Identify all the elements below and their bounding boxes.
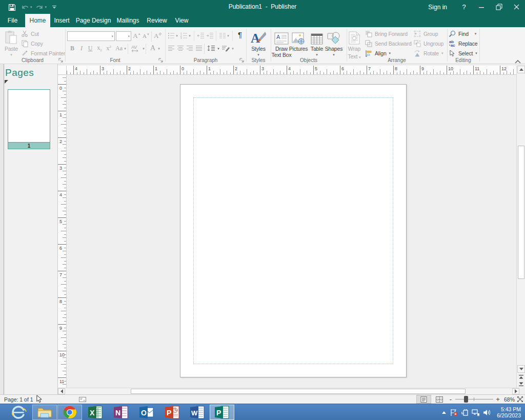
save-icon[interactable] [7, 2, 17, 12]
change-case-icon[interactable]: Aa [114, 44, 124, 52]
zoom-level[interactable]: 68% [501, 396, 515, 403]
font-size-combobox[interactable]: ▾ [116, 31, 131, 41]
collapse-pages-pane-icon[interactable] [5, 80, 8, 84]
volume-icon[interactable] [483, 409, 491, 416]
taskbar-internet-explorer-icon[interactable] [7, 405, 31, 420]
zoom-in-icon[interactable]: + [494, 395, 501, 404]
taskbar-file-explorer-icon[interactable] [32, 405, 57, 420]
tray-expand-icon[interactable] [441, 411, 447, 414]
publication-page[interactable] [180, 84, 407, 377]
publication-canvas[interactable] [67, 75, 516, 388]
zoom-slider-thumb[interactable] [464, 396, 468, 403]
tab-view[interactable]: View [171, 14, 192, 27]
close-icon[interactable] [508, 0, 525, 14]
taskbar-onenote-icon[interactable]: N [109, 405, 133, 420]
replace-button[interactable]: abac Replace [448, 39, 477, 48]
font-name-combobox[interactable]: ▾ [67, 31, 115, 41]
next-page-icon[interactable] [517, 381, 525, 387]
fit-page-icon[interactable] [517, 396, 523, 404]
tab-page-design[interactable]: Page Design [73, 14, 113, 27]
font-dialog-launcher-icon[interactable] [158, 58, 164, 64]
bring-forward-button[interactable]: Bring Forward ▾ [365, 29, 416, 38]
taskbar-outlook-icon[interactable]: O [134, 405, 159, 420]
select-button[interactable]: Select ▾ [448, 49, 477, 57]
horizontal-ruler[interactable]: 43210123456789101112 [67, 66, 516, 75]
bullets-icon[interactable] [167, 31, 175, 39]
sign-in-button[interactable]: Sign in [420, 0, 455, 14]
decrease-indent-icon[interactable] [196, 31, 205, 39]
taskbar-publisher-icon[interactable]: P [210, 405, 234, 420]
align-center-icon[interactable] [176, 44, 185, 52]
action-center-icon[interactable] [450, 409, 458, 416]
shrink-font-icon[interactable]: A▼ [142, 32, 150, 40]
superscript-icon[interactable]: x2 [105, 44, 113, 52]
columns-icon[interactable] [218, 31, 227, 39]
font-color-icon[interactable]: A [149, 44, 157, 52]
align-button[interactable]: Align ▾ [365, 49, 391, 57]
cut-button[interactable]: Cut [21, 29, 39, 38]
redo-icon[interactable] [34, 2, 45, 12]
underline-icon[interactable]: U [86, 44, 94, 52]
copy-button[interactable]: Copy [21, 39, 43, 48]
tab-home[interactable]: Home [25, 14, 50, 27]
align-left-icon[interactable] [167, 44, 175, 52]
page-indicator[interactable]: Page: 1 of 1 [4, 396, 33, 403]
horizontal-scrollbar-thumb[interactable] [131, 389, 466, 394]
paragraph-dialog-launcher-icon[interactable] [239, 58, 245, 64]
tray-clock[interactable]: 5:43 PM 6/20/2023 [497, 406, 521, 418]
vertical-scrollbar-thumb[interactable] [518, 146, 524, 279]
two-page-spread-view-button[interactable] [433, 395, 446, 404]
minimize-icon[interactable] [473, 0, 490, 14]
restore-icon[interactable] [490, 0, 508, 14]
scroll-left-icon[interactable] [58, 388, 65, 394]
page-thumbnail[interactable]: 1 [8, 89, 50, 149]
previous-page-icon[interactable] [517, 374, 525, 381]
increase-indent-icon[interactable] [206, 31, 214, 39]
justify-icon[interactable] [195, 44, 203, 52]
taskbar-word-icon[interactable]: W [185, 405, 210, 420]
undo-icon[interactable] [19, 2, 30, 12]
special-characters-icon[interactable]: ¶ [236, 30, 244, 38]
undo-dropdown-icon[interactable]: ▾ [30, 5, 32, 9]
redo-dropdown-icon[interactable]: ▾ [45, 5, 47, 9]
tab-review[interactable]: Review [143, 14, 171, 27]
find-button[interactable]: Find ▾ [448, 29, 476, 38]
vertical-scrollbar[interactable] [516, 66, 525, 388]
help-icon[interactable]: ? [455, 0, 473, 14]
line-spacing-icon[interactable] [207, 44, 216, 52]
character-spacing-icon[interactable]: AV [130, 44, 142, 52]
send-backward-button[interactable]: Send Backward ▾ [365, 39, 417, 48]
align-right-icon[interactable] [186, 44, 194, 52]
group-button[interactable]: Group [413, 29, 438, 38]
tab-insert[interactable]: Insert [50, 14, 73, 27]
format-painter-button[interactable]: Format Painter [21, 49, 65, 57]
object-position-icon[interactable] [79, 397, 86, 403]
zoom-out-icon[interactable]: - [447, 395, 454, 404]
zoom-slider-track[interactable] [455, 399, 493, 399]
network-icon[interactable] [472, 409, 480, 416]
taskbar-excel-icon[interactable]: X [83, 405, 108, 420]
customize-qat-icon[interactable] [49, 2, 59, 12]
page-navigation-splitter[interactable] [0, 64, 4, 394]
collapse-ribbon-icon[interactable] [514, 57, 523, 64]
taskbar-powerpoint-icon[interactable]: P [160, 405, 185, 420]
bold-icon[interactable]: B [68, 44, 76, 52]
taskbar-chrome-icon[interactable] [57, 405, 82, 420]
scroll-down-icon[interactable] [517, 365, 525, 373]
vertical-ruler[interactable]: 01234567891011 [58, 75, 67, 388]
scroll-up-icon[interactable] [517, 66, 525, 73]
numbering-icon[interactable]: 123 [180, 31, 188, 39]
clipboard-dialog-launcher-icon[interactable] [58, 58, 64, 64]
italic-icon[interactable]: I [77, 44, 86, 52]
tab-mailings[interactable]: Mailings [113, 14, 143, 27]
power-plug-icon[interactable] [461, 409, 469, 416]
grow-font-icon[interactable]: A▲ [133, 32, 141, 40]
scroll-right-icon[interactable] [512, 388, 519, 394]
horizontal-scrollbar[interactable] [58, 388, 519, 394]
rotate-button[interactable]: Rotate ▾ [413, 49, 443, 57]
tab-file[interactable]: File [4, 14, 21, 27]
clear-formatting-icon[interactable]: A [154, 32, 162, 40]
subscript-icon[interactable]: x2 [95, 44, 104, 52]
ungroup-button[interactable]: Ungroup [413, 39, 443, 48]
paragraph-borders-icon[interactable] [221, 44, 230, 52]
